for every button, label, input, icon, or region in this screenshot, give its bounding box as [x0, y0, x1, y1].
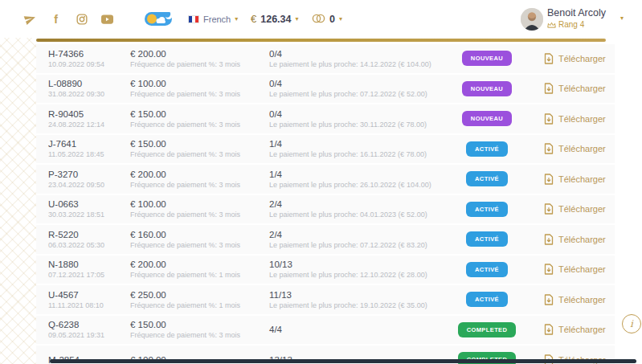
payment-progress: 4/4 — [269, 325, 282, 334]
download-label: Télécharger — [558, 114, 606, 124]
instagram-icon[interactable] — [76, 13, 88, 25]
payment-frequency: Fréquence de paiement %: 1 mois — [130, 301, 240, 309]
status-badge: ACTIVÉ — [466, 292, 508, 307]
payments-table: H-74366 10.09.2022 09:54 € 200.00 Fréque… — [36, 44, 615, 364]
payment-frequency: Fréquence de paiement %: 1 mois — [130, 271, 240, 279]
download-link[interactable]: Télécharger — [544, 165, 606, 194]
payment-date: 30.03.2022 18:51 — [48, 211, 104, 219]
payment-amount: € 150.00 — [130, 139, 240, 149]
download-link[interactable]: Télécharger — [544, 285, 606, 314]
download-link[interactable]: Télécharger — [544, 75, 606, 104]
next-payment: Le paiement le plus proche: 14.12.2022 (… — [269, 60, 431, 68]
payment-date: 23.04.2022 09:50 — [48, 181, 104, 189]
payment-amount: € 160.00 — [130, 230, 240, 239]
user-menu[interactable]: Benoit Arcoly Rang 4 — [521, 0, 606, 38]
payment-progress: 1/4 — [269, 170, 431, 179]
download-label: Télécharger — [558, 235, 606, 244]
next-payment: Le paiement le plus proche: 19.10.2022 (… — [269, 301, 427, 309]
user-menu-caret-icon[interactable]: ▾ — [620, 15, 624, 22]
status-badge: NOUVEAU — [462, 111, 512, 126]
horizontal-scrollbar[interactable] — [50, 359, 636, 363]
download-link[interactable]: Télécharger — [544, 135, 606, 164]
status-badge: NOUVEAU — [462, 51, 512, 66]
language-selector[interactable]: French ▾ — [188, 0, 238, 38]
language-label: French — [203, 14, 231, 24]
payment-date: 10.09.2022 09:54 — [48, 60, 104, 68]
table-row: U-4567 11.11.2021 08:10 € 250.00 Fréquen… — [36, 285, 615, 314]
status-badge: ACTIVÉ — [466, 231, 508, 247]
payment-frequency: Fréquence de paiement %: 3 mois — [130, 241, 240, 249]
chevron-down-icon: ▾ — [295, 16, 298, 22]
social-links: f — [24, 0, 113, 38]
file-download-icon — [544, 324, 554, 335]
next-payment: Le paiement le plus proche: 07.12.2022 (… — [269, 241, 427, 249]
payment-amount: € 150.00 — [130, 320, 240, 329]
balance-amount: 126.34 — [260, 14, 291, 25]
payment-amount: € 150.00 — [130, 109, 240, 119]
next-payment: Le paiement le plus proche: 30.11.2022 (… — [269, 121, 427, 129]
status-badge: COMPLETED — [458, 322, 517, 337]
coins-icon — [312, 12, 325, 27]
euro-icon: € — [251, 13, 256, 25]
file-download-icon — [544, 234, 554, 245]
payment-frequency: Fréquence de paiement %: 3 mois — [130, 331, 240, 339]
download-link[interactable]: Télécharger — [544, 104, 606, 133]
status-badge: ACTIVÉ — [466, 262, 508, 277]
table-row: H-74366 10.09.2022 09:54 € 200.00 Fréque… — [36, 44, 615, 73]
france-flag-icon — [188, 15, 199, 23]
payment-id: R-5220 — [48, 230, 104, 239]
download-link[interactable]: Télécharger — [544, 316, 606, 345]
youtube-icon[interactable] — [101, 13, 113, 25]
table-row: J-7641 11.05.2022 18:45 € 150.00 Fréquen… — [36, 135, 615, 164]
payment-id: P-3270 — [48, 170, 104, 179]
download-label: Télécharger — [558, 325, 606, 334]
table-row: L-08890 31.08.2022 09:30 € 100.00 Fréque… — [36, 75, 615, 104]
payment-progress: 0/4 — [269, 109, 427, 119]
payment-frequency: Fréquence de paiement %: 3 mois — [130, 150, 240, 158]
payment-date: 09.05.2021 19:31 — [48, 331, 104, 339]
file-download-icon — [544, 113, 554, 125]
next-payment: Le paiement le plus proche: 12.10.2022 (… — [269, 271, 427, 279]
download-link[interactable]: Télécharger — [544, 256, 606, 284]
payment-progress: 1/4 — [269, 139, 427, 149]
download-label: Télécharger — [558, 174, 606, 184]
telegram-icon[interactable] — [24, 13, 36, 25]
download-link[interactable]: Télécharger — [544, 44, 606, 73]
payment-amount: € 100.00 — [130, 199, 240, 209]
file-download-icon — [544, 143, 554, 154]
payment-id: H-74366 — [48, 49, 104, 59]
table-row: R-90405 24.08.2022 12:14 € 150.00 Fréque… — [36, 104, 615, 133]
status-badge: NOUVEAU — [462, 81, 512, 96]
header: f French ▾ € 126.34 ▾ 0 ▾ — [0, 0, 642, 38]
payment-date: 24.08.2022 12:14 — [48, 121, 104, 129]
status-badge: ACTIVÉ — [466, 141, 508, 157]
coins-selector[interactable]: 0 ▾ — [312, 0, 342, 38]
chevron-down-icon: ▾ — [235, 16, 238, 22]
payment-progress: 11/13 — [269, 290, 427, 300]
download-link[interactable]: Télécharger — [544, 195, 606, 224]
table-row: N-1880 07.12.2021 17:05 € 200.00 Fréquen… — [36, 256, 615, 284]
payment-id: J-7641 — [48, 139, 104, 149]
facebook-icon[interactable]: f — [50, 13, 62, 25]
file-download-icon — [544, 294, 554, 305]
next-payment: Le paiement le plus proche: 26.10.2022 (… — [269, 181, 431, 189]
decorative-pattern — [0, 38, 36, 364]
theme-toggle[interactable] — [145, 12, 172, 26]
payment-date: 06.03.2022 05:30 — [48, 241, 104, 249]
balance-selector[interactable]: € 126.34 ▾ — [251, 0, 298, 38]
next-payment: Le paiement le plus proche: 07.12.2022 (… — [269, 90, 427, 98]
payment-id: Q-6238 — [48, 320, 104, 329]
download-link[interactable]: Télécharger — [544, 225, 606, 254]
next-payment: Le paiement le plus proche: 16.11.2022 (… — [269, 150, 427, 158]
payment-progress: 0/4 — [269, 79, 427, 88]
table-row: R-5220 06.03.2022 05:30 € 160.00 Fréquen… — [36, 225, 615, 254]
info-button[interactable]: i — [622, 314, 641, 333]
file-download-icon — [544, 83, 554, 94]
table-row: Q-6238 09.05.2021 19:31 € 150.00 Fréquen… — [36, 316, 615, 345]
table-row: U-0663 30.03.2022 18:51 € 100.00 Fréquen… — [36, 195, 615, 224]
download-label: Télécharger — [558, 144, 606, 153]
payment-date: 11.05.2022 18:45 — [48, 150, 104, 158]
payment-progress: 2/4 — [269, 230, 427, 239]
card-top-accent — [36, 39, 606, 42]
next-payment: Le paiement le plus proche: 04.01.2023 (… — [269, 211, 427, 219]
